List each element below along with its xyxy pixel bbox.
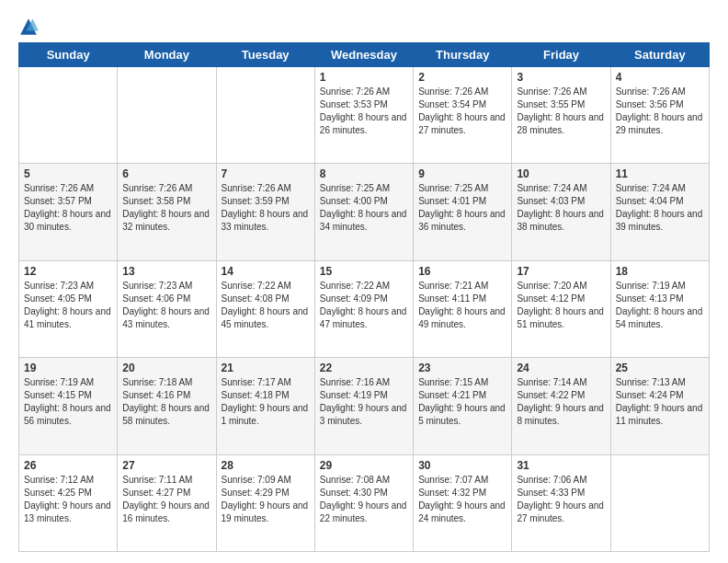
- day-info: Sunrise: 7:26 AM Sunset: 3:58 PM Dayligh…: [122, 182, 210, 234]
- day-number: 4: [616, 71, 704, 84]
- day-number: 18: [616, 265, 704, 278]
- day-info: Sunrise: 7:26 AM Sunset: 3:55 PM Dayligh…: [517, 86, 605, 137]
- day-info: Sunrise: 7:25 AM Sunset: 4:00 PM Dayligh…: [320, 182, 408, 234]
- day-cell: 29Sunrise: 7:08 AM Sunset: 4:30 PM Dayli…: [314, 454, 413, 551]
- header-sunday: Sunday: [19, 43, 118, 67]
- day-cell: 23Sunrise: 7:15 AM Sunset: 4:21 PM Dayli…: [414, 358, 512, 454]
- day-number: 15: [320, 265, 408, 278]
- day-cell: 26Sunrise: 7:12 AM Sunset: 4:25 PM Dayli…: [19, 454, 118, 551]
- day-number: 14: [222, 265, 310, 278]
- day-info: Sunrise: 7:07 AM Sunset: 4:32 PM Dayligh…: [418, 474, 506, 525]
- day-info: Sunrise: 7:26 AM Sunset: 3:56 PM Dayligh…: [616, 86, 704, 137]
- day-number: 1: [320, 71, 408, 84]
- day-number: 26: [24, 459, 112, 472]
- header-thursday: Thursday: [414, 43, 512, 67]
- day-info: Sunrise: 7:19 AM Sunset: 4:15 PM Dayligh…: [24, 376, 112, 428]
- day-cell: 15Sunrise: 7:22 AM Sunset: 4:09 PM Dayli…: [314, 260, 413, 357]
- week-row-2: 12Sunrise: 7:23 AM Sunset: 4:05 PM Dayli…: [19, 260, 710, 357]
- day-info: Sunrise: 7:11 AM Sunset: 4:27 PM Dayligh…: [122, 474, 210, 525]
- day-info: Sunrise: 7:12 AM Sunset: 4:25 PM Dayligh…: [24, 474, 112, 525]
- day-info: Sunrise: 7:24 AM Sunset: 4:03 PM Dayligh…: [517, 182, 605, 234]
- day-number: 21: [222, 362, 310, 374]
- day-number: 5: [24, 167, 112, 180]
- day-cell: 25Sunrise: 7:13 AM Sunset: 4:24 PM Dayli…: [610, 358, 709, 454]
- header-saturday: Saturday: [610, 43, 709, 67]
- day-info: Sunrise: 7:26 AM Sunset: 3:57 PM Dayligh…: [24, 182, 112, 234]
- day-cell: 7Sunrise: 7:26 AM Sunset: 3:59 PM Daylig…: [216, 164, 314, 260]
- logo: [18, 17, 42, 37]
- day-info: Sunrise: 7:16 AM Sunset: 4:19 PM Dayligh…: [320, 376, 408, 428]
- day-number: 13: [122, 265, 210, 278]
- day-number: 2: [418, 71, 506, 84]
- day-cell: 4Sunrise: 7:26 AM Sunset: 3:56 PM Daylig…: [610, 67, 709, 164]
- day-cell: 17Sunrise: 7:20 AM Sunset: 4:12 PM Dayli…: [512, 260, 610, 357]
- day-cell: [610, 454, 709, 551]
- day-number: 3: [517, 71, 605, 84]
- week-row-1: 5Sunrise: 7:26 AM Sunset: 3:57 PM Daylig…: [19, 164, 710, 260]
- day-number: 23: [418, 362, 506, 374]
- day-info: Sunrise: 7:23 AM Sunset: 4:05 PM Dayligh…: [24, 280, 112, 331]
- day-info: Sunrise: 7:17 AM Sunset: 4:18 PM Dayligh…: [222, 376, 310, 428]
- page: Sunday Monday Tuesday Wednesday Thursday…: [0, 0, 728, 563]
- day-info: Sunrise: 7:06 AM Sunset: 4:33 PM Dayligh…: [517, 474, 605, 525]
- day-number: 9: [418, 167, 506, 180]
- day-number: 24: [517, 362, 605, 374]
- day-cell: 20Sunrise: 7:18 AM Sunset: 4:16 PM Dayli…: [118, 358, 216, 454]
- day-number: 8: [320, 167, 408, 180]
- day-cell: 2Sunrise: 7:26 AM Sunset: 3:54 PM Daylig…: [414, 67, 512, 164]
- day-info: Sunrise: 7:09 AM Sunset: 4:29 PM Dayligh…: [222, 474, 310, 525]
- day-cell: 12Sunrise: 7:23 AM Sunset: 4:05 PM Dayli…: [19, 260, 118, 357]
- day-info: Sunrise: 7:15 AM Sunset: 4:21 PM Dayligh…: [418, 376, 506, 428]
- day-cell: 10Sunrise: 7:24 AM Sunset: 4:03 PM Dayli…: [512, 164, 610, 260]
- day-info: Sunrise: 7:14 AM Sunset: 4:22 PM Dayligh…: [517, 376, 605, 428]
- header-monday: Monday: [118, 43, 216, 67]
- day-cell: 6Sunrise: 7:26 AM Sunset: 3:58 PM Daylig…: [118, 164, 216, 260]
- header: [18, 17, 710, 37]
- calendar-table: Sunday Monday Tuesday Wednesday Thursday…: [18, 42, 710, 552]
- day-cell: 18Sunrise: 7:19 AM Sunset: 4:13 PM Dayli…: [610, 260, 709, 357]
- day-cell: 3Sunrise: 7:26 AM Sunset: 3:55 PM Daylig…: [512, 67, 610, 164]
- day-number: 11: [616, 167, 704, 180]
- day-info: Sunrise: 7:26 AM Sunset: 3:53 PM Dayligh…: [320, 86, 408, 137]
- day-info: Sunrise: 7:18 AM Sunset: 4:16 PM Dayligh…: [122, 376, 210, 428]
- day-number: 6: [122, 167, 210, 180]
- day-cell: 14Sunrise: 7:22 AM Sunset: 4:08 PM Dayli…: [216, 260, 314, 357]
- day-info: Sunrise: 7:22 AM Sunset: 4:08 PM Dayligh…: [222, 280, 310, 331]
- header-wednesday: Wednesday: [314, 43, 413, 67]
- day-cell: 30Sunrise: 7:07 AM Sunset: 4:32 PM Dayli…: [414, 454, 512, 551]
- day-info: Sunrise: 7:26 AM Sunset: 3:54 PM Dayligh…: [418, 86, 506, 137]
- day-cell: 24Sunrise: 7:14 AM Sunset: 4:22 PM Dayli…: [512, 358, 610, 454]
- day-cell: 9Sunrise: 7:25 AM Sunset: 4:01 PM Daylig…: [414, 164, 512, 260]
- day-info: Sunrise: 7:25 AM Sunset: 4:01 PM Dayligh…: [418, 182, 506, 234]
- day-info: Sunrise: 7:24 AM Sunset: 4:04 PM Dayligh…: [616, 182, 704, 234]
- day-cell: 31Sunrise: 7:06 AM Sunset: 4:33 PM Dayli…: [512, 454, 610, 551]
- day-cell: 19Sunrise: 7:19 AM Sunset: 4:15 PM Dayli…: [19, 358, 118, 454]
- week-row-4: 26Sunrise: 7:12 AM Sunset: 4:25 PM Dayli…: [19, 454, 710, 551]
- day-number: 22: [320, 362, 408, 374]
- day-cell: 28Sunrise: 7:09 AM Sunset: 4:29 PM Dayli…: [216, 454, 314, 551]
- day-number: 28: [222, 459, 310, 472]
- weekday-header-row: Sunday Monday Tuesday Wednesday Thursday…: [19, 43, 710, 67]
- day-number: 16: [418, 265, 506, 278]
- day-number: 27: [122, 459, 210, 472]
- day-info: Sunrise: 7:22 AM Sunset: 4:09 PM Dayligh…: [320, 280, 408, 331]
- day-info: Sunrise: 7:23 AM Sunset: 4:06 PM Dayligh…: [122, 280, 210, 331]
- day-number: 10: [517, 167, 605, 180]
- day-info: Sunrise: 7:08 AM Sunset: 4:30 PM Dayligh…: [320, 474, 408, 525]
- day-info: Sunrise: 7:19 AM Sunset: 4:13 PM Dayligh…: [616, 280, 704, 331]
- day-cell: 21Sunrise: 7:17 AM Sunset: 4:18 PM Dayli…: [216, 358, 314, 454]
- week-row-3: 19Sunrise: 7:19 AM Sunset: 4:15 PM Dayli…: [19, 358, 710, 454]
- day-number: 17: [517, 265, 605, 278]
- day-cell: 11Sunrise: 7:24 AM Sunset: 4:04 PM Dayli…: [610, 164, 709, 260]
- day-cell: 8Sunrise: 7:25 AM Sunset: 4:00 PM Daylig…: [314, 164, 413, 260]
- day-number: 12: [24, 265, 112, 278]
- day-cell: 27Sunrise: 7:11 AM Sunset: 4:27 PM Dayli…: [118, 454, 216, 551]
- day-cell: [216, 67, 314, 164]
- day-cell: 13Sunrise: 7:23 AM Sunset: 4:06 PM Dayli…: [118, 260, 216, 357]
- day-number: 19: [24, 362, 112, 374]
- day-cell: 1Sunrise: 7:26 AM Sunset: 3:53 PM Daylig…: [314, 67, 413, 164]
- day-cell: [19, 67, 118, 164]
- day-number: 29: [320, 459, 408, 472]
- day-cell: 16Sunrise: 7:21 AM Sunset: 4:11 PM Dayli…: [414, 260, 512, 357]
- header-tuesday: Tuesday: [216, 43, 314, 67]
